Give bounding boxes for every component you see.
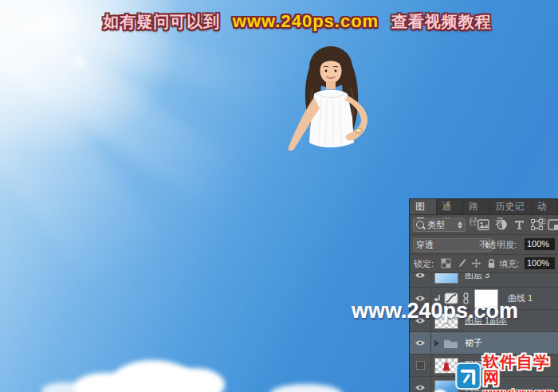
tab-paths[interactable]: 路径 xyxy=(463,199,490,214)
corner-site-url: www.rjzxw.com xyxy=(483,388,558,392)
pixel-layer-filter-icon[interactable] xyxy=(477,219,489,230)
lock-row: 锁定: 填充: 100% xyxy=(410,255,558,273)
adjustment-layer-filter-icon[interactable] xyxy=(496,219,508,230)
tab-layers[interactable]: 图层 xyxy=(410,199,437,214)
filter-row: 类型 xyxy=(410,215,558,235)
tutorial-banner: 如有疑问可以到 www.240ps.com 查看视频教程 xyxy=(103,11,491,33)
red-dress-thumbnail-figure xyxy=(443,362,450,371)
filter-kind-label: 类型 xyxy=(427,219,445,231)
layer-row-group-skirt[interactable]: 裙子 xyxy=(410,332,558,355)
eye-icon xyxy=(415,339,426,347)
tab-history[interactable]: 历史记录 xyxy=(490,199,532,214)
visibility-toggle[interactable] xyxy=(410,377,431,392)
layer-row-scrolled[interactable]: 图层 3 xyxy=(410,273,558,288)
model-photo xyxy=(285,41,383,159)
panel-tab-bar: 图层 通道 路径 历史记录 动作 xyxy=(410,199,558,215)
rjzxw-logo-icon xyxy=(455,360,481,392)
eye-icon xyxy=(415,273,426,279)
visibility-toggle[interactable] xyxy=(410,355,431,376)
corner-watermark: 软件自学网 www.rjzxw.com xyxy=(455,354,558,392)
visibility-toggle[interactable] xyxy=(410,273,431,282)
lock-all-icon[interactable] xyxy=(486,258,497,269)
lock-paint-icon[interactable] xyxy=(456,258,466,269)
lens-flare xyxy=(70,53,88,70)
layer-thumbnail[interactable] xyxy=(434,273,458,284)
banner-prefix-text: 如有疑问可以到 xyxy=(103,13,220,30)
visibility-toggle[interactable] xyxy=(410,332,431,354)
visibility-empty-box xyxy=(416,361,425,370)
site-watermark: www.240ps.com xyxy=(352,299,518,323)
layer-name: 裙子 xyxy=(465,337,482,349)
corner-site-name: 软件自学网 xyxy=(483,354,558,386)
opacity-value-field[interactable]: 100% xyxy=(525,238,555,250)
blend-row: 穿透 不透明度: 100% xyxy=(410,235,558,255)
folder-icon xyxy=(443,338,458,349)
fill-label: 填充: xyxy=(499,258,519,270)
lock-transparency-icon[interactable] xyxy=(441,258,451,269)
layer-name: 图层 3 xyxy=(465,273,489,281)
filter-kind-dropdown[interactable]: 类型 xyxy=(413,218,466,232)
tab-channels[interactable]: 通道 xyxy=(437,199,464,214)
chevron-updown-icon xyxy=(458,221,462,229)
eye-icon xyxy=(415,384,426,391)
banner-suffix-text: 查看视频教程 xyxy=(391,13,492,30)
shape-layer-filter-icon[interactable] xyxy=(531,219,543,230)
search-icon xyxy=(416,221,424,229)
blend-mode-value: 穿透 xyxy=(416,239,434,251)
group-expand-triangle-icon[interactable] xyxy=(434,340,439,347)
lock-label: 锁定: xyxy=(414,258,434,270)
smart-object-filter-icon[interactable] xyxy=(548,219,558,230)
cloud xyxy=(166,368,225,392)
opacity-label: 不透明度: xyxy=(479,239,517,251)
fill-value-field[interactable]: 100% xyxy=(525,257,555,269)
cloud xyxy=(269,384,343,392)
type-layer-filter-icon[interactable] xyxy=(513,219,525,230)
photoshop-canvas: 如有疑问可以到 www.240ps.com 查看视频教程 图层 通道 路径 xyxy=(0,0,558,392)
lock-move-icon[interactable] xyxy=(471,258,481,269)
tab-actions[interactable]: 动作 xyxy=(532,199,558,214)
banner-site-url: www.240ps.com xyxy=(233,11,379,31)
